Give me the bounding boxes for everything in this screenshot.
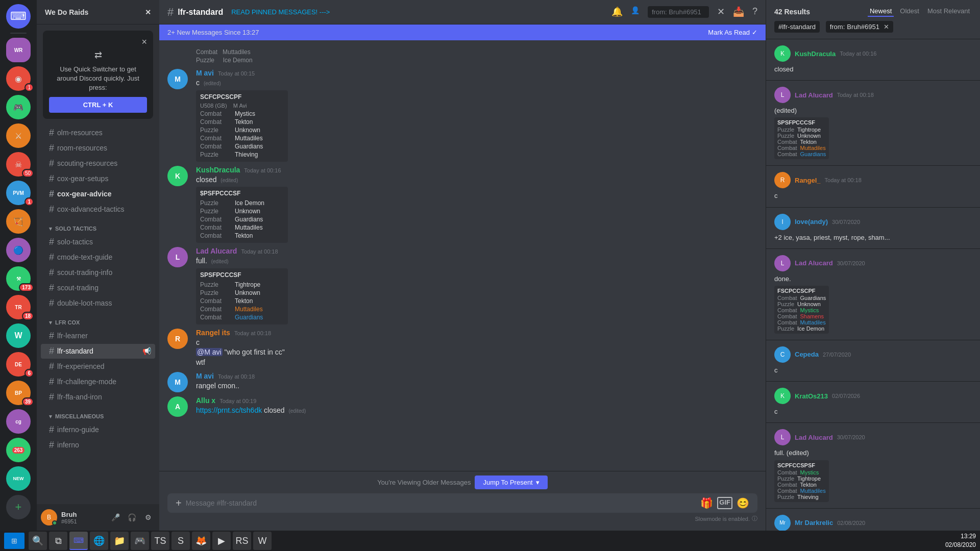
gift-icon[interactable]: 🎁	[700, 497, 713, 509]
quick-switcher-button[interactable]: CTRL + K	[49, 97, 147, 113]
comp-row: PuzzleUnknown	[777, 133, 826, 139]
msg-author-kush: KushDracula	[196, 166, 240, 174]
search-result-time: 27/07/2020	[823, 352, 851, 358]
server-icon-5[interactable]: ☠50	[6, 152, 31, 177]
notification-bell-icon[interactable]: 🔔	[611, 6, 623, 18]
taskbar-firefox[interactable]: 🦊	[192, 532, 210, 550]
channel-item-olm-resources[interactable]: # olm-resources	[41, 126, 155, 140]
server-icon-7[interactable]: 🔵	[6, 238, 31, 262]
inbox-icon[interactable]: 📥	[733, 6, 744, 18]
channel-item-inferno-guide[interactable]: # inferno-guide	[41, 422, 155, 437]
server-icon-tr[interactable]: TR18	[6, 295, 31, 319]
discord-home-button[interactable]: ⌨	[6, 4, 31, 29]
channel-item-scout-trading-info[interactable]: # scout-trading-info	[41, 265, 155, 280]
taskbar-skype[interactable]: S	[172, 532, 190, 550]
channel-item-cox-gear-setups[interactable]: # cox-gear-setups	[41, 171, 155, 186]
server-icon-6[interactable]: 🏹	[6, 209, 31, 234]
category-name: LFR COX	[55, 319, 80, 325]
channel-item-inferno[interactable]: # inferno	[41, 438, 155, 453]
channel-item-lfr-ffa-and-iron[interactable]: # lfr-ffa-and-iron	[41, 390, 155, 405]
msg-content-allu: Allu x Today at 00:19 https://prnt.sc/ts…	[196, 396, 757, 417]
search-result-mrdarkrelic[interactable]: Mr Mr Darkrelic 02/08/2020 closed	[766, 509, 980, 531]
msg-timestamp: Today at 00:18	[241, 248, 278, 255]
server-header[interactable]: We Do Raids ✕	[37, 0, 159, 24]
help-icon[interactable]: ?	[752, 6, 757, 18]
sort-oldest-button[interactable]: Oldest	[898, 6, 921, 17]
close-search-button[interactable]: ✕	[717, 6, 725, 18]
members-icon[interactable]: 👤	[631, 6, 640, 18]
sort-most-relevant-button[interactable]: Most Relevant	[925, 6, 972, 17]
search-bar[interactable]: from: Bruh#6951	[648, 6, 709, 18]
channel-item-lfr-challenge-mode[interactable]: # lfr-challenge-mode	[41, 374, 155, 389]
taskbar-chrome[interactable]: 🌐	[90, 532, 108, 550]
channel-item-solo-tactics-ch[interactable]: # solo-tactics	[41, 235, 155, 249]
server-icon-2[interactable]: ◉1	[6, 66, 31, 91]
server-icon-we-do-raids[interactable]: WR	[6, 38, 31, 62]
server-icon-w[interactable]: W	[6, 323, 31, 348]
channel-item-cox-advanced-tactics[interactable]: # cox-advanced-tactics	[41, 202, 155, 217]
mute-button[interactable]: 🎤	[108, 510, 122, 524]
taskbar-files[interactable]: 📁	[110, 532, 129, 550]
miscellaneous-category[interactable]: ▾ MISCELLANEOUS	[41, 405, 155, 422]
channel-item-double-loot-mass[interactable]: # double-loot-mass	[41, 296, 155, 311]
search-result-lad-3[interactable]: L Lad Alucard 30/07/2020 full. (edited) …	[766, 423, 980, 508]
taskbar-search[interactable]: 🔍	[29, 532, 47, 550]
server-icon-263[interactable]: 263	[6, 438, 31, 462]
search-result-rangel[interactable]: R Rangel_ Today at 00:18 c	[766, 166, 980, 207]
channel-item-scout-trading[interactable]: # scout-trading	[41, 281, 155, 295]
server-icon-de[interactable]: DE6	[6, 352, 31, 377]
channel-name: scout-trading	[57, 284, 99, 292]
search-result-lad-1[interactable]: L Lad Alucard Today at 00:18 (edited) SP…	[766, 81, 980, 166]
hash-icon: #	[49, 331, 54, 341]
channel-item-room-resources[interactable]: # room-resources	[41, 141, 155, 156]
close-quick-switcher-button[interactable]: ×	[141, 37, 147, 47]
taskbar-vlc[interactable]: ▶	[212, 532, 231, 550]
settings-button[interactable]: ⚙	[141, 510, 155, 524]
server-icon-pvm[interactable]: PVM1	[6, 181, 31, 205]
deafen-button[interactable]: 🎧	[125, 510, 139, 524]
taskbar-steam[interactable]: 🎮	[131, 532, 149, 550]
server-icon-cg[interactable]: cg	[6, 409, 31, 434]
taskbar-ts[interactable]: TS	[151, 532, 169, 550]
taskbar-word[interactable]: W	[253, 532, 272, 550]
start-button[interactable]: ⊞	[4, 533, 24, 549]
channel-item-lfr-experienced[interactable]: # lfr-experienced	[41, 359, 155, 374]
message-input[interactable]	[186, 493, 701, 513]
message-link[interactable]: https://prnt.sc/tsh6dk	[196, 406, 262, 414]
search-result-kushdracula[interactable]: K KushDracula Today at 00:16 closed	[766, 39, 980, 81]
server-icon-new[interactable]: NEW	[6, 466, 31, 491]
remove-filter-button[interactable]: ✕	[884, 23, 889, 31]
search-result-love-andy[interactable]: l love(andy) 30/07/2020 +2 ice, yasa, pr…	[766, 208, 980, 249]
channel-item-scouting-resources[interactable]: # scouting-resources	[41, 156, 155, 171]
sort-newest-button[interactable]: Newest	[868, 6, 894, 17]
mark-as-read-label: Mark As Read	[708, 29, 750, 36]
jump-to-present-button[interactable]: Jump To Present ▾	[475, 475, 547, 489]
channel-item-lfr-learner[interactable]: # lfr-learner	[41, 329, 155, 343]
channel-item-cmode-text-guide[interactable]: # cmode-text-guide	[41, 250, 155, 265]
channel-item-cox-gear-advice[interactable]: # cox-gear-advice	[41, 187, 155, 202]
pinned-messages-link[interactable]: READ PINNED MESSAGES! --->	[231, 8, 330, 16]
server-icon-8[interactable]: ⚒173	[6, 266, 31, 291]
search-result-kratos[interactable]: K KratOs213 02/07/2026 c	[766, 382, 980, 423]
gif-icon[interactable]: GIF	[717, 497, 732, 509]
add-attachment-icon[interactable]: +	[176, 497, 182, 509]
taskbar-task-view[interactable]: ⧉	[49, 532, 67, 550]
mark-as-read-button[interactable]: Mark As Read ✓	[708, 29, 757, 36]
comp-row: PuzzleTightrope	[777, 475, 826, 482]
search-result-text: (edited)	[774, 106, 972, 115]
emoji-icon[interactable]: 😊	[737, 497, 749, 509]
add-server-button[interactable]: +	[6, 495, 31, 519]
search-result-cepeda[interactable]: C Cepeda 27/07/2020 c	[766, 340, 980, 382]
channel-item-lfr-standard[interactable]: # lfr-standard 📢	[41, 344, 155, 359]
lfr-cox-category[interactable]: ▾ LFR COX	[41, 311, 155, 328]
taskbar-discord[interactable]: ⌨	[69, 532, 88, 550]
channel-item-solo-tactics[interactable]: ▾ SOLO TACTICS	[41, 217, 155, 234]
server-icon-bp[interactable]: BP39	[6, 381, 31, 405]
taskbar-runescape[interactable]: RS	[233, 532, 251, 550]
search-from-label: from:	[830, 23, 845, 31]
search-result-lad-2[interactable]: L Lad Alucard 30/07/2020 done. FSCPCCSCP…	[766, 249, 980, 340]
server-icon-4[interactable]: ⚔	[6, 123, 31, 148]
msg-header-mavi-2: M avi Today at 00:18	[196, 372, 757, 380]
server-icon-3[interactable]: 🎮	[6, 95, 31, 119]
chat-header: # lfr-standard READ PINNED MESSAGES! ---…	[159, 0, 766, 24]
